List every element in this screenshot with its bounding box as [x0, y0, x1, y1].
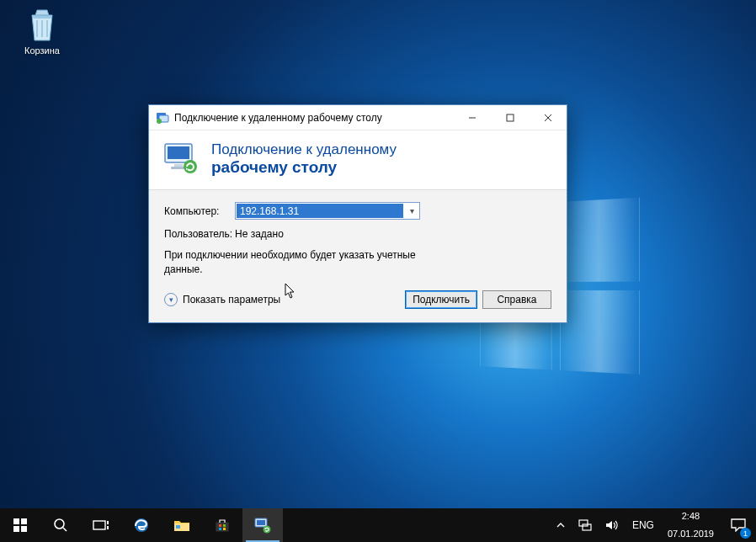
header-line1: Подключение к удаленному [211, 141, 397, 158]
svg-point-16 [55, 519, 64, 529]
minimize-button[interactable] [453, 105, 491, 130]
svg-rect-4 [507, 114, 514, 121]
taskbar-explorer-icon[interactable] [162, 508, 202, 542]
header-line2: рабочему столу [211, 158, 397, 177]
action-center-button[interactable]: 1 [721, 508, 756, 542]
taskbar-store-icon[interactable] [202, 508, 242, 542]
titlebar[interactable]: Подключение к удаленному рабочему столу [149, 105, 567, 130]
user-value: Не задано [235, 228, 284, 240]
svg-rect-13 [21, 518, 27, 524]
tray-clock[interactable]: 2:48 07.01.2019 [661, 508, 721, 542]
taskbar: ENG 2:48 07.01.2019 1 [0, 508, 756, 542]
rdp-app-icon [156, 111, 169, 125]
svg-point-2 [157, 119, 162, 124]
svg-rect-9 [174, 164, 183, 167]
clock-time: 2:48 [682, 511, 700, 522]
svg-rect-12 [13, 518, 19, 524]
taskbar-edge-icon[interactable] [121, 508, 162, 542]
svg-rect-19 [107, 521, 109, 524]
svg-rect-32 [583, 524, 591, 530]
svg-rect-24 [219, 524, 221, 527]
start-button[interactable] [0, 508, 40, 542]
user-label: Пользователь: [164, 228, 235, 240]
svg-rect-26 [219, 528, 221, 530]
svg-rect-8 [168, 146, 189, 159]
chevron-down-icon: ▾ [164, 293, 178, 306]
search-button[interactable] [40, 508, 81, 542]
connect-button[interactable]: Подключить [405, 290, 477, 309]
svg-rect-20 [107, 526, 109, 529]
tray-language[interactable]: ENG [626, 508, 661, 542]
help-button[interactable]: Справка [482, 290, 551, 309]
computer-combobox[interactable]: ▾ [235, 202, 420, 220]
svg-rect-23 [176, 525, 180, 529]
task-view-button[interactable] [81, 508, 121, 542]
tray-up-icon[interactable] [550, 508, 572, 542]
chevron-down-icon[interactable]: ▾ [404, 206, 419, 215]
recycle-bin-label: Корзина [15, 45, 69, 56]
dialog-body: Компьютер: ▾ Пользователь: Не задано При… [149, 190, 567, 322]
svg-rect-29 [257, 520, 265, 525]
svg-rect-31 [579, 520, 588, 526]
clock-date: 07.01.2019 [668, 529, 714, 539]
recycle-bin-desktop-icon[interactable]: Корзина [15, 7, 69, 56]
svg-rect-25 [223, 524, 226, 527]
computer-input[interactable] [237, 204, 403, 218]
dialog-header: Подключение к удаленному рабочему столу [149, 130, 567, 190]
notification-badge: 1 [740, 528, 751, 539]
tray-network-icon[interactable] [572, 508, 599, 542]
svg-rect-15 [21, 526, 27, 532]
svg-line-17 [63, 528, 67, 531]
maximize-button[interactable] [491, 105, 529, 130]
rdp-dialog-window: Подключение к удаленному рабочему столу … [148, 104, 567, 323]
svg-rect-14 [13, 526, 19, 532]
svg-rect-18 [93, 521, 105, 529]
svg-point-11 [184, 160, 197, 173]
computer-label: Компьютер: [164, 205, 235, 217]
close-button[interactable] [529, 105, 567, 130]
window-title: Подключение к удаленному рабочему столу [174, 112, 453, 124]
svg-point-30 [264, 526, 271, 534]
recycle-bin-icon [25, 7, 59, 44]
show-options-label: Показать параметры [183, 294, 280, 306]
tray-volume-icon[interactable] [599, 508, 626, 542]
taskbar-rdp-icon[interactable] [242, 508, 283, 542]
rdp-monitor-icon [162, 141, 200, 178]
svg-rect-27 [223, 528, 226, 530]
language-label: ENG [632, 519, 654, 531]
credentials-hint: При подключении необходимо будет указать… [164, 248, 434, 277]
show-options-expander[interactable]: ▾ Показать параметры [164, 293, 280, 306]
